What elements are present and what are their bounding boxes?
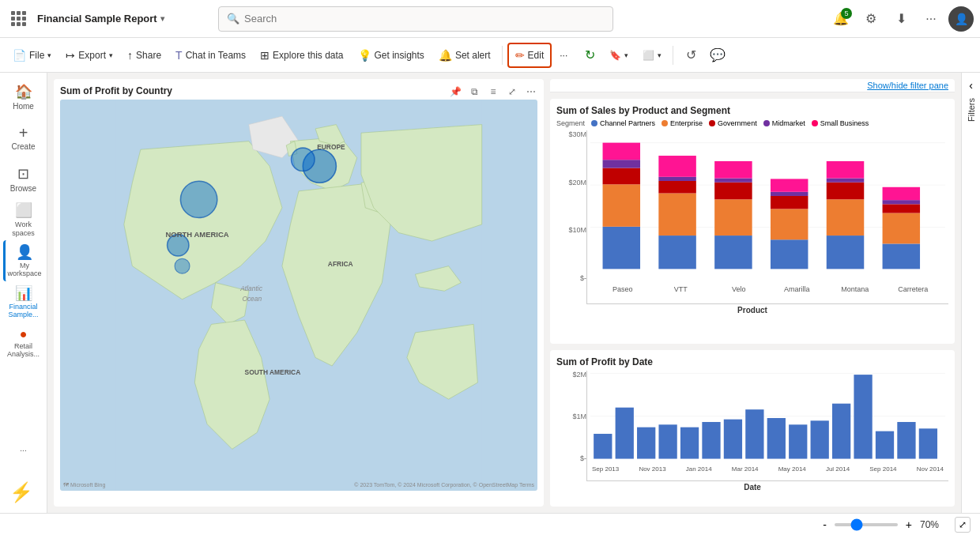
- show-hide-filter-btn[interactable]: Show/hide filter pane: [867, 81, 948, 90]
- retail-icon: ●: [20, 327, 28, 341]
- avatar[interactable]: 👤: [948, 6, 974, 32]
- grid-icon[interactable]: [11, 11, 26, 26]
- svg-rect-15: [603, 227, 640, 269]
- file-icon: 📄: [13, 49, 26, 62]
- svg-rect-44: [883, 187, 920, 200]
- legend-channel: Channel Partners: [591, 119, 655, 127]
- svg-rect-58: [832, 404, 850, 459]
- zoom-plus-button[interactable]: +: [903, 518, 915, 531]
- alert-button[interactable]: 🔔 Set alert: [432, 43, 497, 68]
- more-options-button[interactable]: ···: [918, 6, 944, 32]
- export-button[interactable]: ↦ Export ▾: [59, 43, 119, 68]
- chevron-icon: ▾: [109, 51, 113, 59]
- chat-teams-button[interactable]: T Chat in Teams: [169, 43, 252, 68]
- sidebar-item-create[interactable]: + Create: [3, 117, 44, 158]
- svg-rect-39: [827, 161, 864, 179]
- edit-icon: ✏: [515, 49, 525, 62]
- line-y-axis-labels: $2M $1M $-: [556, 371, 586, 481]
- legend-dot: [709, 120, 715, 126]
- bar-chart-svg: [590, 130, 945, 281]
- legend-dot: [591, 120, 597, 126]
- zoom-minus-button[interactable]: -: [820, 518, 830, 531]
- legend-small-business: Small Business: [812, 119, 869, 127]
- svg-rect-62: [919, 428, 937, 458]
- report-title[interactable]: Financial Sample Report ▾: [37, 13, 164, 24]
- svg-rect-16: [603, 184, 640, 227]
- zoom-control: - + 70%: [820, 518, 948, 531]
- svg-rect-41: [883, 213, 920, 244]
- sidebar-item-more[interactable]: ...: [3, 428, 44, 469]
- sidebar-item-browse[interactable]: ⊡ Browse: [3, 158, 44, 199]
- collapse-filter-button[interactable]: ‹: [969, 79, 973, 92]
- filter-icon[interactable]: ≡: [485, 84, 501, 100]
- legend-text: Small Business: [820, 119, 869, 127]
- share-button[interactable]: ↑ Share: [121, 43, 168, 68]
- legend-dot: [812, 120, 818, 126]
- download-button[interactable]: ⬇: [888, 6, 914, 32]
- pin-icon[interactable]: 📌: [447, 84, 463, 100]
- fit-page-button[interactable]: ⤢: [955, 517, 971, 533]
- settings-button[interactable]: ⚙: [858, 6, 884, 32]
- bar-chart-legend: Segment Channel Partners Enterprise Gove…: [556, 119, 948, 127]
- legend-dot: [662, 120, 668, 126]
- comment-button[interactable]: 💬: [705, 43, 730, 68]
- expand-icon[interactable]: ⤢: [504, 84, 520, 100]
- bar-chart: Sum of Sales by Product and Segment Segm…: [550, 99, 955, 344]
- alert-icon: 🔔: [439, 49, 452, 62]
- divider: [502, 46, 503, 65]
- svg-rect-55: [767, 418, 786, 459]
- sidebar-item-financial[interactable]: 📊 FinancialSample...: [3, 281, 44, 322]
- search-input[interactable]: [244, 13, 605, 24]
- bookmark-button[interactable]: 🔖 ▾: [603, 43, 635, 68]
- sidebar-item-workspaces[interactable]: ⬜ Workspaces: [3, 199, 44, 240]
- svg-rect-61: [897, 422, 915, 459]
- svg-rect-25: [714, 235, 752, 269]
- sidebar: 🏠 Home + Create ⊡ Browse ⬜ Workspaces 👤 …: [0, 73, 47, 513]
- search-bar[interactable]: 🔍: [218, 6, 613, 32]
- svg-rect-35: [827, 235, 864, 269]
- more-actions-button[interactable]: ···: [553, 43, 574, 68]
- browse-icon: ⊡: [17, 165, 29, 183]
- action-bar: 📄 File ▾ ↦ Export ▾ ↑ Share T Chat in Te…: [0, 38, 980, 73]
- svg-rect-57: [811, 420, 829, 458]
- legend-text: Enterprise: [670, 119, 703, 127]
- svg-text:Atlantic: Atlantic: [239, 284, 262, 292]
- sidebar-item-home[interactable]: 🏠 Home: [3, 76, 44, 117]
- sidebar-item-retail[interactable]: ● RetailAnalysis...: [3, 322, 44, 364]
- bookmark-icon: 🔖: [609, 50, 621, 61]
- notifications-button[interactable]: 🔔 5: [828, 6, 854, 32]
- svg-rect-31: [771, 209, 808, 239]
- explore-button[interactable]: ⊞ Explore this data: [254, 43, 349, 68]
- file-button[interactable]: 📄 File ▾: [6, 43, 58, 68]
- main-layout: 🏠 Home + Create ⊡ Browse ⬜ Workspaces 👤 …: [0, 73, 980, 513]
- more-icon[interactable]: ⋯: [523, 84, 539, 100]
- sidebar-item-label: Create: [11, 142, 35, 151]
- plus-icon: +: [19, 125, 28, 141]
- svg-rect-56: [789, 424, 807, 458]
- powerbi-logo: ⚡: [3, 475, 44, 510]
- bar-chart-container: $30M $20M $10M $- Sum of Sales: [556, 130, 948, 304]
- zoom-slider[interactable]: [835, 523, 898, 526]
- filter-header: Show/hide filter pane: [550, 79, 955, 92]
- map-chart: Sum of Profit by Country 📌 ⧉ ≡ ⤢ ⋯: [54, 79, 544, 507]
- svg-rect-54: [745, 409, 763, 458]
- explore-icon: ⊞: [260, 49, 270, 62]
- legend-dot: [763, 120, 770, 126]
- notifications-badge: 5: [841, 8, 852, 19]
- copy-icon[interactable]: ⧉: [466, 84, 482, 100]
- svg-rect-28: [714, 179, 752, 183]
- svg-rect-36: [827, 199, 864, 235]
- person-icon: 👤: [16, 243, 33, 261]
- sidebar-item-my-workspace[interactable]: 👤 Myworkspace: [3, 240, 44, 281]
- home-icon: 🏠: [15, 83, 32, 100]
- svg-rect-51: [680, 428, 699, 459]
- insights-button[interactable]: 💡 Get insights: [352, 43, 431, 68]
- svg-rect-27: [714, 183, 752, 200]
- refresh-button[interactable]: ↻: [579, 43, 601, 68]
- legend-text: Midmarket: [772, 119, 805, 127]
- view-button[interactable]: ⬜ ▾: [636, 43, 668, 68]
- edit-button[interactable]: ✏ Edit: [507, 43, 552, 68]
- filters-label[interactable]: Filters: [967, 98, 976, 122]
- fullscreen-button[interactable]: ↺: [678, 43, 703, 68]
- export-icon: ↦: [66, 49, 75, 62]
